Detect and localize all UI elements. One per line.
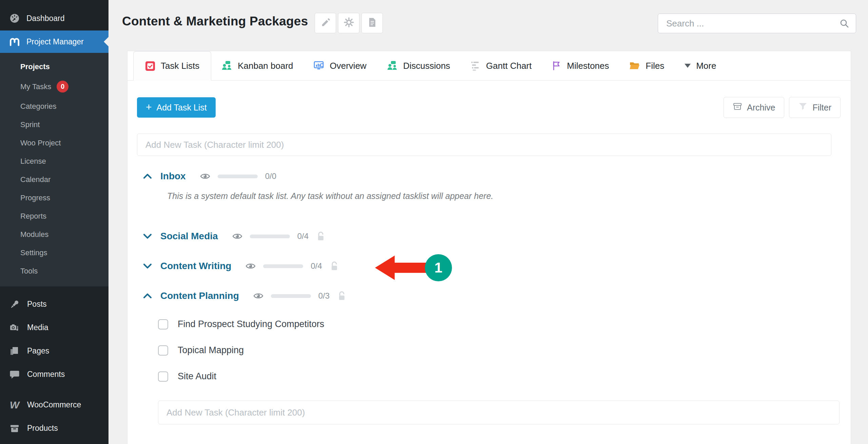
chevron-down-icon[interactable] [143,263,153,269]
sidebar-item-label: Dashboard [26,14,65,23]
tab-files[interactable]: Files [619,51,674,80]
task-checkbox[interactable] [158,371,168,382]
unlock-icon [330,261,338,271]
task-list-social-media[interactable]: Social Media 0/4 [143,231,841,242]
task-list-content-writing[interactable]: Content Writing 0/4 [143,261,841,271]
pushpin-icon [9,299,20,309]
woocommerce-icon: W [9,400,20,410]
eye-icon[interactable] [200,173,210,180]
task-list-content-planning[interactable]: Content Planning 0/3 [143,290,841,301]
task-lists-container: Inbox 0/0 This is a system default task … [143,171,841,424]
sidebar-item-dashboard[interactable]: Dashboard [0,6,108,31]
tab-gantt-chart[interactable]: Gantt Chart [460,51,542,80]
tab-label: Gantt Chart [486,61,532,71]
project-tabs: Task Lists Kanban board Overview Discuss… [127,51,851,81]
sidebar-item-settings[interactable]: Settings [0,244,108,262]
sidebar-item-pages[interactable]: Pages [0,339,108,363]
edit-project-button[interactable] [315,13,336,33]
task-checkbox[interactable] [158,345,168,356]
sidebar-item-posts[interactable]: Posts [0,292,108,316]
task-list-name[interactable]: Inbox [160,171,186,182]
search-icon[interactable] [840,19,849,28]
chevron-down-icon[interactable] [143,233,153,240]
overview-monitor-icon [314,61,324,71]
tab-discussions[interactable]: Discussions [377,51,460,80]
tab-overview[interactable]: Overview [303,51,377,80]
task-list-name[interactable]: Content Writing [160,261,231,271]
products-icon [9,423,20,433]
eye-icon[interactable] [253,292,263,300]
sidebar-item-my-tasks[interactable]: My Tasks0 [0,76,108,97]
plus-icon: + [146,102,152,112]
admin-sidebar: Dashboard Project Manager Projects My Ta… [0,0,108,444]
task-list-inbox[interactable]: Inbox 0/0 [143,171,841,182]
project-settings-button[interactable] [338,13,359,33]
add-new-task-input-content-planning[interactable] [158,401,840,424]
progress-bar [250,235,290,238]
eye-icon[interactable] [245,262,256,270]
eye-icon[interactable] [232,233,242,240]
filter-funnel-icon [798,102,808,113]
gear-icon [343,17,354,29]
sidebar-item-tools[interactable]: Tools [0,262,108,280]
task-count: 0/0 [265,171,276,181]
sidebar-item-reports[interactable]: Reports [0,207,108,225]
tab-label: Task Lists [161,61,199,71]
sidebar-item-sprint[interactable]: Sprint [0,116,108,134]
add-task-list-button[interactable]: + Add Task List [137,97,216,118]
chevron-up-icon[interactable] [143,173,153,180]
task-title[interactable]: Find Prospect Studying Competitors [178,319,324,329]
inbox-description: This is a system default task list. Any … [167,191,841,201]
sidebar-item-label: Products [27,424,58,433]
task-row: Site Audit [158,371,841,382]
task-count: 0/4 [297,231,309,241]
sidebar-item-project-manager[interactable]: Project Manager [0,31,108,53]
archive-icon [733,102,742,113]
tab-more[interactable]: More [674,51,726,80]
project-manager-submenu: Projects My Tasks0 Categories Sprint Woo… [0,53,108,286]
add-new-task-input[interactable] [137,134,831,156]
sidebar-item-modules[interactable]: Modules [0,225,108,244]
sidebar-item-media[interactable]: Media [0,316,108,339]
task-title[interactable]: Topical Mapping [178,345,244,356]
sidebar-item-label: Comments [27,370,65,379]
sidebar-item-woo-project[interactable]: Woo Project [0,134,108,152]
sidebar-item-license[interactable]: License [0,152,108,170]
comment-icon [9,369,20,380]
sidebar-item-progress[interactable]: Progress [0,189,108,207]
task-list-name[interactable]: Content Planning [160,290,239,301]
sidebar-item-woocommerce[interactable]: W WooCommerce [0,393,108,417]
unlock-icon [317,231,325,241]
archive-button[interactable]: Archive [724,97,784,118]
sidebar-item-products[interactable]: Products [0,417,108,440]
tab-kanban-board[interactable]: Kanban board [211,51,303,80]
task-checkbox[interactable] [158,319,168,329]
content-planning-tasks: Find Prospect Studying Competitors Topic… [158,319,841,382]
task-list-name[interactable]: Social Media [160,231,218,242]
sidebar-item-comments[interactable]: Comments [0,363,108,386]
camera-icon [9,323,20,333]
tab-task-lists[interactable]: Task Lists [133,51,211,81]
pages-icon [9,346,20,356]
tab-milestones[interactable]: Milestones [542,51,619,80]
search-box [658,14,856,33]
sidebar-item-label: Media [27,323,48,332]
task-title[interactable]: Site Audit [178,371,216,382]
task-row: Topical Mapping [158,345,841,356]
files-folder-icon [629,61,640,70]
sidebar-item-categories[interactable]: Categories [0,97,108,116]
search-input[interactable] [658,18,840,29]
sidebar-item-calendar[interactable]: Calendar [0,170,108,189]
project-details-button[interactable] [361,13,383,33]
progress-bar [271,294,311,298]
pencil-icon [320,17,331,29]
chevron-up-icon[interactable] [143,292,153,299]
add-task-list-label: Add Task List [157,103,207,113]
filter-button[interactable]: Filter [789,97,841,118]
progress-bar [263,264,303,268]
project-manager-logo-icon [9,35,20,48]
sidebar-item-projects[interactable]: Projects [0,58,108,76]
tab-label: Discussions [403,61,450,71]
page-header: Content & Marketing Packages [108,0,868,47]
unlock-icon [338,291,346,301]
